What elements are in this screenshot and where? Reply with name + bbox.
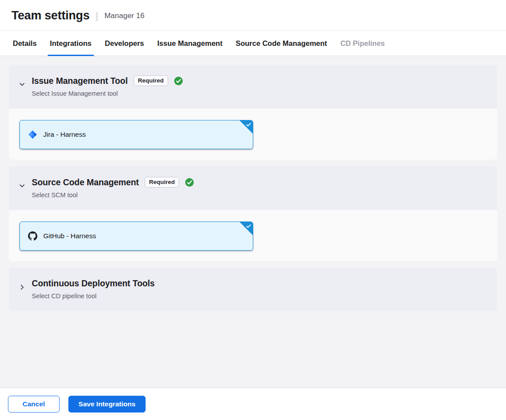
check-circle-icon	[185, 178, 194, 187]
team-name-label: Manager 16	[105, 11, 145, 20]
collapse-section-button[interactable]	[17, 180, 27, 192]
expand-section-button[interactable]	[17, 281, 27, 293]
tab-developers[interactable]: Developers	[98, 31, 151, 56]
actions-footer: Cancel Save Integrations	[0, 388, 506, 420]
section-issue-management-tool: Issue Management Tool Required Select Is…	[9, 65, 497, 160]
section-header: Continuous Deployment Tools Select CD pi…	[9, 268, 497, 311]
section-options: GitHub - Harness	[9, 210, 497, 261]
tab-issue-management[interactable]: Issue Management	[151, 31, 229, 56]
page-title: Team settings	[11, 9, 90, 22]
section-header-text: Source Code Management Required Select S…	[32, 177, 194, 199]
section-subtitle: Select Issue Management tool	[32, 90, 183, 97]
chevron-right-icon	[19, 284, 26, 291]
section-subtitle: Select SCM tool	[32, 191, 194, 199]
title-separator: |	[96, 10, 98, 22]
section-subtitle: Select CD pipeline tool	[32, 292, 155, 300]
tab-source-code-management[interactable]: Source Code Management	[229, 31, 334, 56]
github-icon	[28, 231, 37, 241]
tab-details[interactable]: Details	[6, 31, 43, 56]
tab-integrations[interactable]: Integrations	[43, 31, 98, 56]
section-source-code-management: Source Code Management Required Select S…	[9, 166, 497, 261]
required-badge: Required	[134, 75, 169, 86]
option-label: Jira - Harness	[43, 131, 86, 139]
required-badge: Required	[145, 177, 180, 188]
page-header: Team settings | Manager 16	[0, 0, 506, 31]
tab-cd-pipelines[interactable]: CD Pipelines	[334, 31, 391, 56]
settings-tabbar: Details Integrations Developers Issue Ma…	[0, 31, 506, 56]
collapse-section-button[interactable]	[17, 78, 27, 90]
save-integrations-button[interactable]: Save Integrations	[68, 396, 146, 412]
chevron-down-icon	[19, 182, 26, 189]
jira-icon	[28, 130, 37, 139]
option-github-harness[interactable]: GitHub - Harness	[19, 221, 253, 251]
cancel-button[interactable]: Cancel	[8, 396, 60, 412]
section-title: Continuous Deployment Tools	[32, 278, 155, 289]
section-continuous-deployment-tools: Continuous Deployment Tools Select CD pi…	[9, 268, 497, 311]
selected-check-icon	[246, 122, 251, 128]
section-header: Issue Management Tool Required Select Is…	[9, 65, 497, 109]
option-jira-harness[interactable]: Jira - Harness	[19, 120, 253, 149]
check-circle-icon	[174, 76, 183, 86]
integrations-content: Issue Management Tool Required Select Is…	[0, 56, 506, 388]
chevron-down-icon	[19, 81, 26, 88]
section-title: Source Code Management	[32, 177, 139, 188]
selected-check-icon	[246, 223, 251, 229]
section-options: Jira - Harness	[9, 109, 497, 160]
team-settings-page: Team settings | Manager 16 Details Integ…	[0, 0, 506, 420]
section-header-text: Continuous Deployment Tools Select CD pi…	[32, 278, 155, 300]
section-header: Source Code Management Required Select S…	[9, 166, 497, 210]
option-label: GitHub - Harness	[43, 232, 96, 240]
section-title: Issue Management Tool	[32, 76, 128, 86]
section-header-text: Issue Management Tool Required Select Is…	[32, 75, 183, 97]
